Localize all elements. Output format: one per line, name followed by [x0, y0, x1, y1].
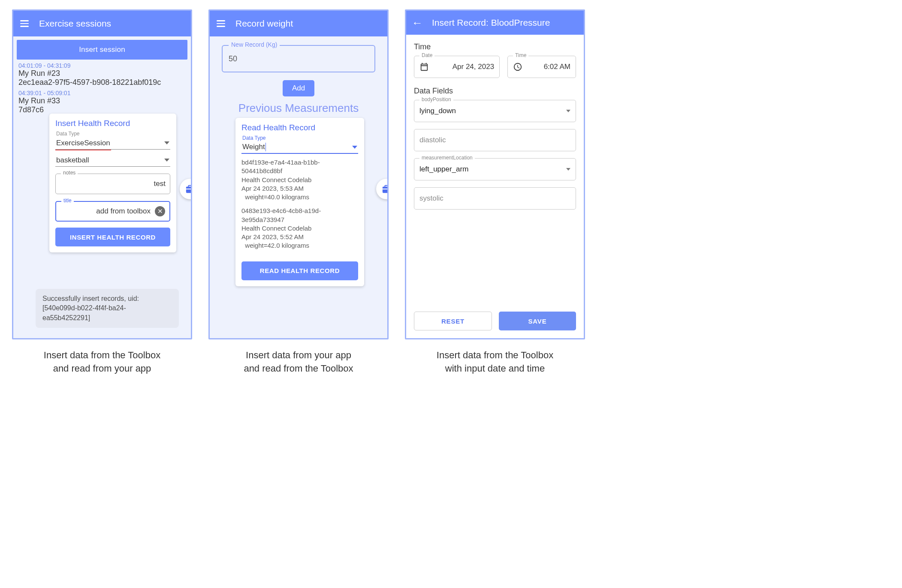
snackbar: Successfully insert records, uid: [540e0… [36, 289, 179, 328]
session-row[interactable]: 04:39:01 - 05:09:01 My Run #33 7d87c6 [17, 87, 187, 114]
toolbox-icon [185, 184, 192, 194]
phone-record-weight: Record weight New Record (Kg) 50 Add Pre… [208, 9, 389, 339]
weight-input[interactable]: New Record (Kg) 50 [222, 45, 375, 72]
card-title: Read Health Record [241, 123, 358, 132]
time-section-title: Time [414, 42, 576, 51]
data-type-select[interactable]: Weight [241, 141, 358, 154]
add-button[interactable]: Add [283, 80, 314, 96]
session-row[interactable]: 04:01:09 - 04:31:09 My Run #23 2ec1eaa2-… [17, 60, 187, 87]
records-list: bd4f193e-e7a4-41aa-b1bb-50441b8cd8bf Hea… [241, 158, 358, 250]
data-type-value: ExerciseSession [56, 139, 110, 147]
toolbox-fab[interactable] [376, 179, 389, 199]
date-field[interactable]: Date Apr 24, 2023 [414, 56, 500, 78]
snackbar-line2: [540e099d-b022-4f4f-ba24-ea55b4252291] [42, 303, 172, 323]
time-value: 6:02 AM [544, 63, 570, 71]
caption: Insert data from the Toolbox with input … [437, 349, 553, 375]
session-uuid: 2ec1eaa2-97f5-4597-b908-18221abf019c [18, 78, 186, 87]
session-time: 04:39:01 - 05:09:01 [18, 90, 186, 96]
record-entry: bd4f193e-e7a4-41aa-b1bb-50441b8cd8bf Hea… [241, 158, 358, 201]
insert-session-button[interactable]: Insert session [17, 40, 187, 60]
snackbar-line1: Successfully insert records, uid: [42, 294, 172, 303]
caption: Insert data from the Toolbox and read fr… [44, 349, 160, 375]
read-health-record-button[interactable]: READ HEALTH RECORD [241, 261, 358, 280]
insert-health-record-button[interactable]: INSERT HEALTH RECORD [55, 228, 170, 246]
hamburger-icon[interactable] [216, 18, 226, 29]
toolbox-fab[interactable] [180, 179, 192, 199]
data-type-select[interactable]: ExerciseSession [55, 137, 170, 150]
chevron-down-icon [164, 159, 169, 162]
clock-icon [513, 62, 522, 72]
chevron-down-icon [352, 146, 357, 149]
session-name: My Run #33 [18, 96, 186, 105]
calendar-icon [419, 62, 429, 72]
appbar-title: Insert Record: BloodPressure [432, 18, 550, 28]
toolbox-icon [382, 184, 389, 194]
weight-value: 50 [229, 54, 237, 63]
insert-health-record-card: Insert Health Record Data Type ExerciseS… [49, 114, 176, 252]
data-type-label: Data Type [55, 131, 170, 137]
card-title: Insert Health Record [55, 119, 170, 128]
caption: Insert data from your app and read from … [244, 349, 353, 375]
exercise-type-value: basketball [56, 156, 89, 165]
text-cursor [265, 143, 266, 151]
title-label: title [61, 198, 74, 204]
previous-measurements-title: Previous Measurements [222, 102, 375, 115]
notes-input[interactable]: notes test [55, 174, 170, 194]
chevron-down-icon [164, 141, 169, 144]
back-icon[interactable]: ← [412, 18, 422, 28]
session-uuid: 7d87c6 [18, 105, 186, 114]
phone-exercise-sessions: Exercise sessions Insert session 04:01:0… [12, 9, 192, 339]
notes-value: test [154, 180, 166, 188]
appbar: ← Insert Record: BloodPressure [406, 11, 584, 35]
exercise-type-select[interactable]: basketball [55, 154, 170, 167]
clear-icon[interactable]: ✕ [155, 206, 165, 216]
record-entry: 0483e193-e4c6-4cb8-a19d-3e95da733947 Hea… [241, 207, 358, 250]
systolic-input[interactable]: systolic [414, 187, 576, 210]
chevron-down-icon [566, 168, 570, 171]
appbar-title: Record weight [235, 18, 293, 29]
appbar-title: Exercise sessions [39, 18, 111, 29]
session-time: 04:01:09 - 04:31:09 [18, 62, 186, 69]
title-value: add from toolbox [96, 207, 151, 216]
data-type-value: Weight [242, 143, 265, 151]
data-fields-section-title: Data Fields [414, 87, 576, 96]
appbar: Exercise sessions [13, 11, 191, 36]
notes-label: notes [61, 170, 78, 176]
title-input[interactable]: title add from toolbox ✕ [55, 201, 170, 222]
save-button[interactable]: SAVE [499, 312, 576, 330]
body-position-select[interactable]: bodyPosition lying_down [414, 100, 576, 122]
diastolic-input[interactable]: diastolic [414, 129, 576, 151]
phone-insert-blood-pressure: ← Insert Record: BloodPressure Time Date… [405, 9, 585, 339]
date-value: Apr 24, 2023 [453, 63, 494, 71]
read-health-record-card: Read Health Record Data Type Weight bd4f… [235, 118, 364, 286]
reset-button[interactable]: RESET [414, 312, 492, 330]
weight-label: New Record (Kg) [229, 41, 280, 48]
measurement-location-select[interactable]: measurementLocation left_upper_arm [414, 158, 576, 180]
data-type-label: Data Type [241, 135, 358, 141]
appbar: Record weight [210, 11, 387, 36]
chevron-down-icon [566, 110, 570, 112]
session-name: My Run #23 [18, 69, 186, 78]
hamburger-icon[interactable] [19, 18, 30, 29]
time-field[interactable]: Time 6:02 AM [507, 56, 576, 78]
